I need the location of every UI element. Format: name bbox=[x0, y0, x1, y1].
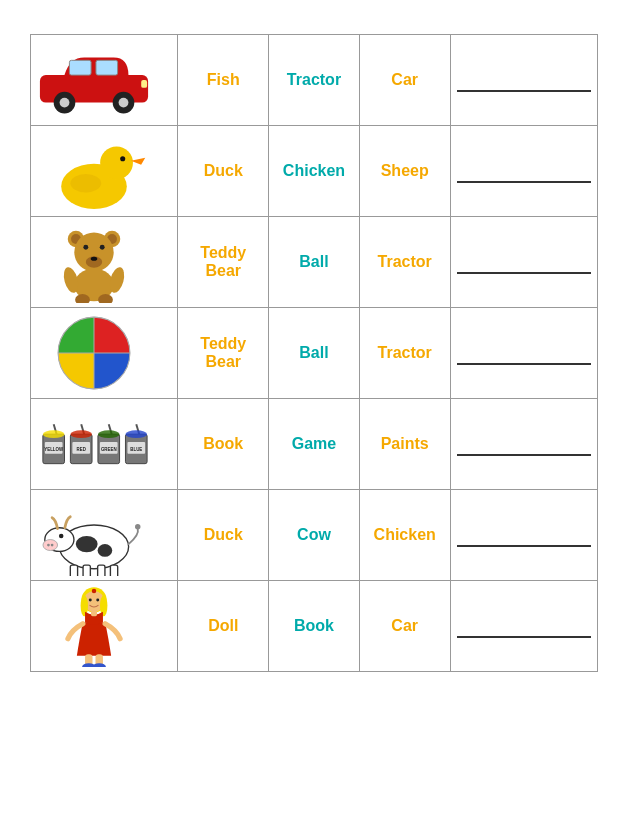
svg-rect-58 bbox=[70, 565, 77, 576]
word-cell-r3-w2: Tractor bbox=[359, 308, 450, 399]
svg-point-69 bbox=[92, 589, 96, 593]
svg-text:YELLOW: YELLOW bbox=[44, 447, 64, 452]
table-row: DollBookCar bbox=[31, 581, 598, 672]
image-cell-duck bbox=[31, 126, 178, 217]
svg-point-56 bbox=[51, 544, 54, 547]
svg-point-34 bbox=[43, 430, 65, 438]
svg-rect-74 bbox=[91, 610, 97, 616]
svg-point-10 bbox=[120, 156, 125, 161]
word-cell-r2-w2: Tractor bbox=[359, 217, 450, 308]
word-cell-r0-w1: Tractor bbox=[269, 35, 360, 126]
svg-point-73 bbox=[93, 663, 106, 667]
table-row: DuckCowChicken bbox=[31, 490, 598, 581]
svg-point-20 bbox=[91, 257, 98, 261]
svg-point-5 bbox=[60, 98, 70, 108]
write-cell-4[interactable] bbox=[450, 399, 597, 490]
svg-point-55 bbox=[47, 544, 50, 547]
svg-point-44 bbox=[98, 430, 120, 438]
write-cell-0[interactable] bbox=[450, 35, 597, 126]
svg-rect-59 bbox=[83, 565, 90, 576]
table-row: YELLOW RED GREEN bbox=[31, 399, 598, 490]
word-cell-r3-w1: Ball bbox=[269, 308, 360, 399]
image-cell-paint: YELLOW RED GREEN bbox=[31, 399, 178, 490]
word-cell-r6-w1: Book bbox=[269, 581, 360, 672]
svg-point-9 bbox=[100, 146, 133, 179]
svg-point-49 bbox=[125, 430, 147, 438]
svg-rect-61 bbox=[110, 565, 117, 576]
image-cell-cow bbox=[31, 490, 178, 581]
table-row: Teddy BearBallTractor bbox=[31, 217, 598, 308]
svg-point-6 bbox=[119, 98, 129, 108]
table-row: Teddy BearBallTractor bbox=[31, 308, 598, 399]
table-row: FishTractorCar bbox=[31, 35, 598, 126]
svg-point-54 bbox=[43, 540, 58, 551]
svg-point-52 bbox=[98, 544, 113, 557]
svg-point-18 bbox=[83, 245, 88, 250]
word-cell-r5-w0: Duck bbox=[178, 490, 269, 581]
word-cell-r3-w0: Teddy Bear bbox=[178, 308, 269, 399]
word-cell-r5-w1: Cow bbox=[269, 490, 360, 581]
word-cell-r2-w1: Ball bbox=[269, 217, 360, 308]
word-cell-r4-w2: Paints bbox=[359, 399, 450, 490]
svg-rect-7 bbox=[141, 80, 147, 88]
word-cell-r0-w2: Car bbox=[359, 35, 450, 126]
svg-point-57 bbox=[59, 534, 64, 539]
word-cell-r0-w0: Fish bbox=[178, 35, 269, 126]
svg-rect-2 bbox=[96, 60, 118, 75]
word-cell-r1-w2: Sheep bbox=[359, 126, 450, 217]
svg-point-19 bbox=[100, 245, 105, 250]
word-cell-r4-w1: Game bbox=[269, 399, 360, 490]
svg-text:BLUE: BLUE bbox=[130, 447, 142, 452]
svg-rect-1 bbox=[69, 60, 91, 75]
svg-point-39 bbox=[70, 430, 92, 438]
word-cell-r4-w0: Book bbox=[178, 399, 269, 490]
image-cell-car bbox=[31, 35, 178, 126]
svg-point-68 bbox=[96, 598, 99, 601]
word-cell-r1-w1: Chicken bbox=[269, 126, 360, 217]
word-cell-r6-w0: Doll bbox=[178, 581, 269, 672]
write-cell-6[interactable] bbox=[450, 581, 597, 672]
svg-point-62 bbox=[135, 524, 140, 529]
word-cell-r5-w2: Chicken bbox=[359, 490, 450, 581]
svg-text:RED: RED bbox=[77, 447, 86, 452]
svg-point-67 bbox=[89, 598, 92, 601]
write-cell-3[interactable] bbox=[450, 308, 597, 399]
write-cell-1[interactable] bbox=[450, 126, 597, 217]
write-cell-2[interactable] bbox=[450, 217, 597, 308]
svg-point-11 bbox=[70, 174, 101, 192]
word-cell-r6-w2: Car bbox=[359, 581, 450, 672]
image-cell-doll bbox=[31, 581, 178, 672]
svg-rect-60 bbox=[98, 565, 105, 576]
svg-point-51 bbox=[76, 536, 98, 552]
image-cell-bear bbox=[31, 217, 178, 308]
table-row: DuckChickenSheep bbox=[31, 126, 598, 217]
exercise-table: FishTractorCar DuckChickenSheep Tedd bbox=[30, 34, 598, 672]
word-cell-r1-w0: Duck bbox=[178, 126, 269, 217]
svg-text:GREEN: GREEN bbox=[101, 447, 117, 452]
image-cell-ball bbox=[31, 308, 178, 399]
word-cell-r2-w0: Teddy Bear bbox=[178, 217, 269, 308]
write-cell-5[interactable] bbox=[450, 490, 597, 581]
